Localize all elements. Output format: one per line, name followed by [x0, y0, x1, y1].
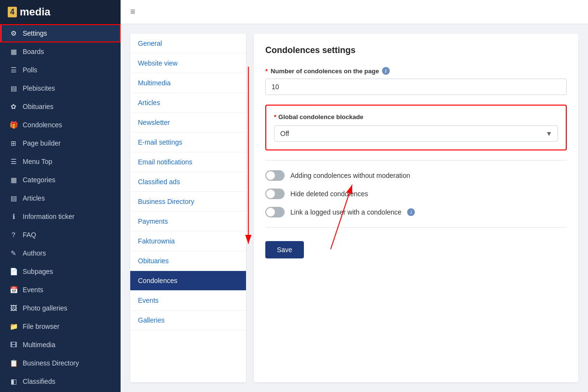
sidebar-item-label: Polls — [23, 66, 37, 74]
nav-item-email-notifications[interactable]: Email notifications — [130, 152, 246, 172]
sidebar-item-label: Obituaries — [23, 103, 54, 110]
settings-icon: ⚙ — [9, 29, 18, 38]
sidebar-item-label: Condolences — [23, 121, 62, 129]
nav-item-articles[interactable]: Articles — [130, 93, 246, 113]
sidebar-item-boards[interactable]: ▦ Boards — [0, 42, 121, 61]
page-builder-icon: ⊞ — [9, 139, 18, 148]
sidebar-item-label: Boards — [23, 48, 44, 55]
main-area: ≡ General Website view Multimedia Articl… — [121, 0, 588, 392]
sidebar-item-label: Business Directory — [23, 359, 79, 367]
hamburger-icon[interactable]: ≡ — [130, 7, 136, 17]
sidebar-item-obituaries[interactable]: ✿ Obituaries — [0, 97, 121, 116]
info-ticker-icon: ℹ — [9, 212, 18, 221]
obituaries-icon: ✿ — [9, 102, 18, 111]
sidebar-item-business-directory[interactable]: 📋 Business Directory — [0, 354, 121, 372]
settings-nav-panel: General Website view Multimedia Articles… — [130, 34, 246, 382]
topbar: ≡ — [121, 0, 588, 24]
num-condolences-group: * Number of condolences on the page i — [265, 67, 567, 95]
sidebar-item-articles[interactable]: ▤ Articles — [0, 189, 121, 207]
business-directory-icon: 📋 — [9, 359, 18, 367]
sidebar-item-label: Page builder — [23, 139, 61, 147]
blockade-label: * Global condolence blockade — [274, 113, 558, 121]
num-condolences-info-icon[interactable]: i — [382, 67, 390, 75]
moderation-toggle[interactable] — [265, 170, 285, 181]
link-user-info-icon[interactable]: i — [407, 208, 415, 216]
sidebar-item-photo-galleries[interactable]: 🖼 Photo galleries — [0, 299, 121, 317]
sidebar-item-label: Multimedia — [23, 341, 55, 349]
nav-item-classified-ads[interactable]: Classified ads — [130, 172, 246, 192]
blockade-label-text: Global condolence blockade — [278, 113, 363, 121]
moderation-toggle-label: Adding condolences without moderation — [290, 172, 410, 179]
menu-top-icon: ☰ — [9, 157, 18, 166]
condolences-icon: 🎁 — [9, 121, 18, 129]
classifieds-icon: ◧ — [9, 377, 18, 386]
nav-item-payments[interactable]: Payments — [130, 212, 246, 231]
sidebar-item-label: Authors — [23, 249, 46, 257]
nav-item-galleries[interactable]: Galleries — [130, 311, 246, 330]
categories-icon: ▦ — [9, 176, 18, 184]
toggle-row-link-user: Link a logged user with a condolence i — [265, 207, 567, 217]
nav-item-general[interactable]: General — [130, 34, 246, 54]
nav-item-fakturownia[interactable]: Fakturownia — [130, 231, 246, 251]
sidebar-item-categories[interactable]: ▦ Categories — [0, 171, 121, 189]
required-star: * — [265, 68, 268, 75]
multimedia-icon: 🎞 — [9, 340, 18, 349]
nav-item-business-directory[interactable]: Business Directory — [130, 192, 246, 212]
divider — [265, 160, 567, 161]
sidebar-item-label: FAQ — [23, 231, 36, 239]
sidebar-item-label: Subpages — [23, 268, 53, 275]
sidebar-item-classifieds[interactable]: ◧ Classifieds — [0, 372, 121, 391]
link-user-toggle-label: Link a logged user with a condolence — [290, 208, 401, 216]
photo-galleries-icon: 🖼 — [9, 304, 18, 312]
hide-deleted-toggle-label: Hide deleted condolences — [290, 190, 368, 198]
subpages-icon: 📄 — [9, 267, 18, 276]
sidebar-item-label: Events — [23, 286, 43, 294]
blockade-select-wrapper: Off On ▼ — [274, 125, 558, 142]
sidebar-item-page-builder[interactable]: ⊞ Page builder — [0, 134, 121, 152]
blockade-required-star: * — [274, 113, 276, 121]
link-user-toggle[interactable] — [265, 207, 285, 217]
sidebar-item-file-browser[interactable]: 📁 File browser — [0, 317, 121, 336]
sidebar-item-authors[interactable]: ✎ Authors — [0, 244, 121, 262]
hide-deleted-toggle[interactable] — [265, 189, 285, 199]
logo-icon: 4 — [8, 7, 17, 17]
sidebar-item-label: File browser — [23, 323, 59, 330]
blockade-box: * Global condolence blockade Off On ▼ — [265, 105, 567, 150]
polls-icon: ☰ — [9, 66, 18, 74]
nav-item-condolences[interactable]: Condolences — [130, 271, 246, 291]
sidebar-item-label: Information ticker — [23, 213, 74, 220]
sidebar-item-plebiscites[interactable]: ▤ Plebiscites — [0, 79, 121, 97]
sidebar-item-label: Menu Top — [23, 158, 52, 165]
events-icon: 📅 — [9, 285, 18, 294]
nav-item-website-view[interactable]: Website view — [130, 54, 246, 73]
sidebar-item-label: Categories — [23, 176, 55, 184]
sidebar-item-events[interactable]: 📅 Events — [0, 281, 121, 299]
save-button[interactable]: Save — [265, 241, 304, 258]
sidebar-item-condolences[interactable]: 🎁 Condolences — [0, 116, 121, 134]
nav-item-newsletter[interactable]: Newsletter — [130, 113, 246, 133]
sidebar-item-label: Classifieds — [23, 378, 55, 385]
sidebar-item-settings[interactable]: ⚙ Settings — [0, 24, 121, 42]
sidebar: 4 media ⚙ Settings ▦ Boards ☰ Polls ▤ Pl… — [0, 0, 121, 392]
sidebar-item-label: Articles — [23, 194, 45, 202]
divider2 — [265, 227, 567, 228]
sidebar-item-information-ticker[interactable]: ℹ Information ticker — [0, 207, 121, 226]
sidebar-item-label: Photo galleries — [23, 304, 68, 312]
nav-item-events[interactable]: Events — [130, 291, 246, 311]
blockade-select[interactable]: Off On — [274, 125, 558, 142]
sidebar-item-menu-top[interactable]: ☰ Menu Top — [0, 152, 121, 171]
sidebar-item-subpages[interactable]: 📄 Subpages — [0, 262, 121, 281]
logo-text: media — [20, 6, 51, 18]
nav-item-obituaries[interactable]: Obituaries — [130, 251, 246, 271]
content-area: General Website view Multimedia Articles… — [121, 24, 588, 392]
nav-item-email-settings[interactable]: E-mail settings — [130, 133, 246, 152]
sidebar-item-multimedia[interactable]: 🎞 Multimedia — [0, 336, 121, 354]
sidebar-item-faq[interactable]: ? FAQ — [0, 226, 121, 244]
boards-icon: ▦ — [9, 47, 18, 56]
nav-item-multimedia[interactable]: Multimedia — [130, 73, 246, 93]
file-browser-icon: 📁 — [9, 322, 18, 331]
settings-panel: Condolences settings * Number of condole… — [254, 34, 578, 382]
num-condolences-input[interactable] — [265, 79, 567, 95]
sidebar-item-polls[interactable]: ☰ Polls — [0, 61, 121, 79]
toggle-row-hide-deleted: Hide deleted condolences — [265, 189, 567, 199]
